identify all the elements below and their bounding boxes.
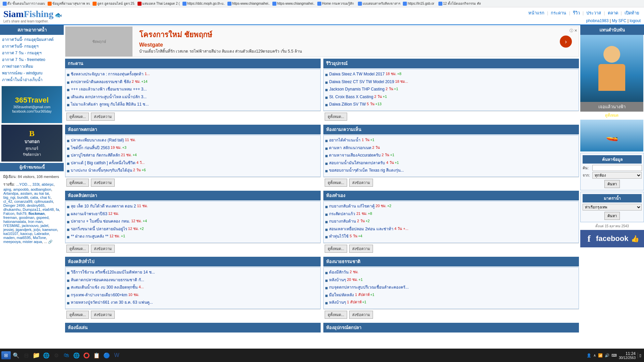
- angler-link[interactable]: ดูทั้งหมด: [580, 112, 643, 119]
- nav-board[interactable]: กระดาน: [549, 9, 568, 17]
- member-link[interactable]: catia: [30, 195, 38, 199]
- members-more[interactable]: 🔗: [48, 240, 53, 244]
- nav-profile[interactable]: ประวาส: [585, 9, 602, 17]
- member-link[interactable]: jo/jo: [34, 228, 40, 232]
- weather-link-1[interactable]: อากาศวันนี้- กรมอุตุนิยมสาสต์: [2, 36, 62, 43]
- photo-item-4[interactable]: ■ ปลาแด้ [ Big catfish ] ครั้งหนึ่งในชีว…: [67, 160, 319, 167]
- gen-clip-item-5[interactable]: ■ หวยหลวงปู่จวัตปา661 งวด 30 ธ.ค. 63 แฟน…: [67, 300, 319, 307]
- member-link[interactable]: kai10107: [3, 232, 18, 236]
- board-item-2[interactable]: ■ ตกปลาหน้าดินคลองธรรมชาติ ชีลัง 2 ชม. +…: [67, 79, 319, 86]
- bookmark-item[interactable]: Home กรมควรบมรู้สัก: [316, 1, 355, 6]
- search-input[interactable]: [592, 165, 642, 171]
- member-link[interactable]: asslam: [20, 191, 32, 195]
- board-item-3[interactable]: ■ +++ เจอแล้วนางฟ้า เชื่อนเขาแหลม +++ 3.…: [67, 86, 319, 94]
- member-link[interactable]: destiny665: [27, 203, 45, 207]
- member-link[interactable]: gspeed: [36, 216, 48, 220]
- qa-item-2[interactable]: ■ ตามหา สลักแนวรอกเนท 2 วัน: [325, 145, 577, 152]
- member-link[interactable]: Iron man: [28, 220, 42, 224]
- member-link[interactable]: freeman: [3, 216, 17, 220]
- bookmark-item[interactable]: https://ln15.gsb.or: [401, 1, 436, 6]
- member-link[interactable]: au kai tai: [34, 191, 49, 195]
- sell-item-3[interactable]: ■ กบจุดตกปลากระสูบปรีเวณเชื่อนลำตะคองครั…: [325, 285, 577, 292]
- member-link[interactable]: Falcon: [3, 212, 14, 216]
- weather-link-3[interactable]: อากาศ 7 วัน - กรมอุตุฯ: [2, 50, 62, 56]
- search-button[interactable]: ค้นหา: [604, 180, 620, 188]
- clip-item-2[interactable]: ■ ผลงานเจ้าพระยาปี63 12 ชม.: [67, 211, 319, 218]
- qa-item-5[interactable]: ■ ขอสอบถามน้ำๆตัวเบ็ต Texas rig สีแดงรุ่…: [325, 168, 577, 175]
- member-link[interactable]: kaocup: [20, 232, 32, 236]
- gen-clip-send-button[interactable]: ส่งข้อความ: [91, 311, 115, 319]
- username-link[interactable]: phobna1983: [586, 18, 609, 23]
- weather-link-5[interactable]: ภาพถ่ายดาวเทียม: [2, 63, 62, 70]
- qa-item-4[interactable]: ■ สอบถามน้ำมันใส่รอกตกปลาครับ 4 วัน +1: [325, 160, 577, 167]
- province-search-button[interactable]: ค้นหา: [604, 212, 620, 220]
- member-link[interactable]: MaTone: [33, 236, 46, 240]
- review-item-1[interactable]: ■ Daiwa Steez A TW Model 2017 18 ชม. +8: [325, 71, 577, 78]
- review-item-2[interactable]: ■ Daiwa Steez CT SV TW Model 2019 18 ชม.…: [325, 79, 577, 86]
- member-link[interactable]: conanza99: [14, 199, 32, 203]
- sell-item-1[interactable]: ■ ต้องมีสักวัน 2 ชม.: [325, 269, 577, 277]
- member-link[interactable]: 333t: [32, 182, 39, 186]
- member-link[interactable]: fish79: [16, 212, 26, 216]
- travel-ad[interactable]: 365Travel 365travelnet@gmail.com faceboo…: [1, 86, 62, 123]
- site-logo[interactable]: SiamFishing 🐟: [3, 9, 62, 19]
- qa-send-button[interactable]: ส่งข้อความ: [349, 179, 373, 187]
- sell-item-2[interactable]: ■ หลังบ้านๆ 20 ชม. +1: [325, 277, 577, 284]
- member-link[interactable]: chai fc: [40, 195, 51, 199]
- bookmark-item[interactable]: https-www.chiangmaihei...: [271, 1, 315, 6]
- weather-link-6[interactable]: พยากรณ์ลม - windguru: [2, 70, 62, 76]
- clip-item-4[interactable]: ■ รอกวิ่งขนาดนี้ ปลายสายมันอยู่ไร 12 ชม.…: [67, 226, 319, 233]
- clip-item-3[interactable]: ■ ปลายาง + ใบสปิ้น ช่อนคลอง กทม. 12 ชม. …: [67, 219, 319, 226]
- member-link[interactable]: cl_42: [3, 199, 12, 203]
- member-link[interactable]: mister aqua: [23, 240, 42, 244]
- member-link[interactable]: dhukamhu: [3, 207, 20, 212]
- bookmark-item[interactable]: 12 ดั้งโน้ตออกกิจกรรม คัดยาม ม...: [437, 1, 481, 6]
- member-link[interactable]: Labrador: [34, 232, 49, 236]
- member-link[interactable]: aodbangbon: [31, 187, 51, 191]
- member-link[interactable]: kaewnon: [42, 228, 57, 232]
- bookmark-item[interactable]: มสมอตล Thai League 2 (ถ...: [136, 1, 180, 6]
- bookmark-item[interactable]: ข้อมูลที่ผ่านมาสุขภาพ หน่วย...: [46, 1, 90, 6]
- photo-item-3[interactable]: ■ ปลาปูไซส่สาย กัดกระสัดีหลัก 21 ชม. +4: [67, 153, 319, 160]
- sell-item-5[interactable]: ■ หลังบ้านๆ 1 สัปดาห์ +1: [325, 300, 577, 307]
- clip-send-button[interactable]: ส่งข้อความ: [91, 245, 115, 253]
- nav-home[interactable]: หน้าแรก: [527, 9, 546, 17]
- bookmark-item[interactable]: https://ddc.moph.go.th-u...: [181, 1, 225, 6]
- photo-item-5[interactable]: ■ บางปะกง นำดงขึ้นๆลงๆกับเรือไต้อุ่น 2 ว…: [67, 168, 319, 175]
- my-sfc-link[interactable]: My SFC: [612, 18, 626, 23]
- member-link[interactable]: Denger 2499: [3, 203, 25, 207]
- gen-clip-item-4[interactable]: ■ กรุงเทพ-ลำปางจายเดียว600+km 10 ชม.: [67, 292, 319, 299]
- taeng-item-1[interactable]: ■ กบยางกลับด้าน แก้ไขตาคู้ 20 ชม. +2: [325, 203, 577, 210]
- taeng-item-2[interactable]: ■ กระสัดปลาแก้ว 21 ชม. +8: [325, 211, 577, 218]
- taeng-item-3[interactable]: ■ กบยางกลับด้าน 2 วัน +2: [325, 219, 577, 226]
- sell-send-button[interactable]: ส่งข้อความ: [349, 311, 373, 319]
- nav-market[interactable]: ตลาด: [606, 9, 620, 17]
- member-link[interactable]: fa: [56, 207, 59, 212]
- bookmark-item[interactable]: แบบสอบสาหรับหิตเขาสาขา: [357, 1, 400, 6]
- photo-item-1[interactable]: ■ ปลาตะเพียบนางแดง (Rad tail) 11 ชม.: [67, 137, 319, 144]
- member-link[interactable]: hatonamatata: [3, 220, 26, 224]
- member-link[interactable]: Artandpa: [3, 191, 18, 195]
- bangkok-ad[interactable]: B บางกอก สุกเกอร์ รัชต์ตกปลา: [1, 125, 62, 162]
- qa-item-3[interactable]: ■ ตามหาจานเสียงAccurateครับ 2 วัน +1: [325, 153, 577, 160]
- member-link[interactable]: Dumpza11: [23, 207, 41, 212]
- member-link[interactable]: jadel: [41, 224, 48, 228]
- member-link[interactable]: abbirpc: [42, 182, 54, 186]
- qa-item-1[interactable]: ■ อยากได้คำแนะน้ำ 1 วัน +1: [325, 137, 577, 144]
- gen-clip-item-1[interactable]: ■ วิธีการใช้งาน สวิทชิ้ง120แอมป์ไมดิฟทาย…: [67, 269, 319, 277]
- board-more-button[interactable]: ดูทั้งหมด...: [66, 113, 89, 121]
- taeng-item-4[interactable]: ■ สอนเหลาเหยื่อปลอม 2ท่อน และช่าท้า 4 วั…: [325, 226, 577, 233]
- photo-send-button[interactable]: ส่งข้อความ: [91, 179, 115, 187]
- gen-clip-more-button[interactable]: ดูทั้งหมด...: [66, 311, 89, 319]
- review-more-button[interactable]: ดูทั้งหมด...: [325, 113, 347, 121]
- member-link[interactable]: jacknouvo: [22, 224, 39, 228]
- ad-close-button[interactable]: ⓘ ✕: [570, 28, 577, 33]
- clip-item-5[interactable]: ■ ** ฝ่าดง กระสูบคลัง ** 12 ชม. +1: [67, 234, 319, 241]
- member-link[interactable]: meepooya: [3, 240, 20, 244]
- clip-more-button[interactable]: ดูทั้งหมด...: [66, 245, 89, 253]
- member-link[interactable]: big_ngi: [3, 195, 15, 199]
- ad-banner[interactable]: ชัยพฤกษ์ โครงการใหม่ ชัยพฤกษ์ Westgate บ…: [65, 26, 579, 57]
- member-link[interactable]: ampoobb: [13, 187, 29, 191]
- board-send-button[interactable]: ส่งข้อความ: [91, 113, 115, 121]
- bookmark-item[interactable]: ดึง ขั้นตอนในการวางแผนแผนแผนแผน...: [1, 1, 45, 6]
